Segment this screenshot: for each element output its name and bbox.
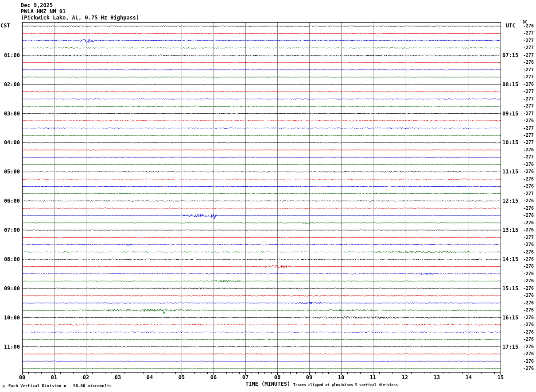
dc-value: -276 — [523, 220, 534, 225]
dc-value: -277 — [523, 235, 534, 240]
dc-value: -276 — [523, 286, 534, 291]
utc-time-label: 07:15 — [502, 52, 518, 58]
utc-time-label: 13:15 — [502, 227, 518, 233]
utc-time-label: 15:15 — [502, 285, 518, 292]
x-tick-label: 12 — [398, 374, 412, 380]
dc-value: -277 — [523, 67, 534, 72]
cst-time-label: 07:00 — [0, 227, 20, 233]
title-date: Dec 9,2025 — [21, 2, 53, 8]
dc-value: -277 — [523, 89, 534, 94]
dc-value: -276 — [523, 315, 534, 320]
dc-value: -276 — [523, 206, 534, 211]
corner-glyph: M — [3, 385, 4, 388]
title-station: PWLA HNZ NM 01 — [21, 8, 66, 15]
x-tick-label: 03 — [111, 374, 125, 380]
dc-value: -276 — [523, 177, 534, 181]
utc-axis-label: UTC — [506, 23, 516, 29]
utc-time-label: 11:15 — [502, 169, 518, 175]
utc-time-label: 08:15 — [502, 81, 518, 88]
cst-time-label: 03:00 — [0, 111, 20, 117]
x-tick-label: 10 — [334, 374, 348, 380]
x-tick-label: 06 — [206, 374, 221, 380]
dc-value: -276 — [523, 147, 534, 152]
dc-value: -276 — [523, 351, 534, 356]
dc-value: -276 — [523, 82, 534, 87]
helicorder-plot-canvas — [0, 0, 536, 392]
x-tick-label: 02 — [79, 374, 93, 380]
dc-value: -277 — [523, 96, 534, 101]
dc-value: -276 — [523, 300, 534, 305]
utc-time-label: 17:15 — [502, 344, 518, 350]
cst-time-label: 01:00 — [0, 52, 20, 58]
dc-value: -276 — [523, 330, 534, 334]
dc-value: -276 — [523, 213, 534, 218]
x-tick-label: 08 — [270, 374, 284, 380]
cst-time-label: 08:00 — [0, 256, 20, 262]
dc-value: -277 — [523, 140, 534, 145]
dc-value: -276 — [523, 250, 534, 254]
cst-time-label: 04:00 — [0, 139, 20, 146]
dc-value: -276 — [523, 271, 534, 276]
cst-time-label: 09:00 — [0, 285, 20, 292]
footer-scale-note: Each Vertical Division = 50.00 microvolt… — [8, 384, 112, 388]
helicorder-page: Dec 9,2025 PWLA HNZ NM 01 (Pickwick Lake… — [0, 0, 536, 392]
dc-value: -276 — [523, 198, 534, 203]
x-tick-label: 07 — [238, 374, 252, 380]
utc-time-label: 09:15 — [502, 111, 518, 117]
x-tick-label: 09 — [302, 374, 316, 380]
dc-value: -276 — [523, 257, 534, 261]
cst-time-label: 02:00 — [0, 81, 20, 88]
dc-value: -277 — [523, 74, 534, 79]
dc-value: -276 — [523, 293, 534, 298]
cst-time-label: 11:00 — [0, 344, 20, 350]
dc-value: -277 — [523, 133, 534, 138]
dc-value: -276 — [523, 169, 534, 174]
dc-value: -276 — [523, 23, 534, 28]
dc-value: -276 — [523, 359, 534, 364]
dc-value: -276 — [523, 344, 534, 349]
dc-value: -276 — [523, 278, 534, 283]
dc-value: -277 — [523, 45, 534, 50]
utc-time-label: 10:15 — [502, 139, 518, 146]
x-tick-label: 04 — [143, 374, 157, 380]
x-tick-label: 05 — [175, 374, 189, 380]
x-tick-label: 13 — [430, 374, 444, 380]
dc-value: -276 — [523, 366, 534, 371]
x-tick-label: 14 — [462, 374, 476, 380]
cst-time-label: 05:00 — [0, 169, 20, 175]
dc-value: -277 — [523, 126, 534, 131]
dc-value: -277 — [523, 191, 534, 196]
dc-value: -276 — [523, 322, 534, 327]
dc-value: -277 — [523, 104, 534, 108]
x-tick-label: 15 — [493, 374, 508, 380]
dc-value: -277 — [523, 111, 534, 116]
dc-value: -277 — [523, 154, 534, 159]
cst-time-label: 06:00 — [0, 198, 20, 204]
dc-value: -277 — [523, 31, 534, 35]
x-axis-title: TIME (MINUTES) — [245, 381, 290, 387]
dc-value: -276 — [523, 337, 534, 342]
cst-time-label: 10:00 — [0, 315, 20, 321]
utc-time-label: 14:15 — [502, 256, 518, 262]
utc-time-label: 12:15 — [502, 198, 518, 204]
x-tick-label: 01 — [47, 374, 61, 380]
x-tick-label: 11 — [366, 374, 380, 380]
dc-value: -276 — [523, 118, 534, 123]
footer-clip-note: Traces clipped at plus/minus 5 vertical … — [293, 383, 398, 387]
dc-value: -276 — [523, 162, 534, 167]
utc-time-label: 16:15 — [502, 315, 518, 321]
dc-value: -276 — [523, 264, 534, 269]
dc-value: -276 — [523, 242, 534, 247]
cst-axis-label: CST — [0, 23, 10, 29]
x-tick-label: 00 — [15, 374, 29, 380]
dc-value: -276 — [523, 307, 534, 312]
dc-value: -276 — [523, 184, 534, 188]
dc-value: -276 — [523, 60, 534, 65]
dc-value: -276 — [523, 227, 534, 232]
dc-value: -277 — [523, 53, 534, 58]
title-filter: (Pickwick Lake, AL, 0.75 Hz Highpass) — [21, 15, 139, 21]
dc-value: -277 — [523, 38, 534, 43]
